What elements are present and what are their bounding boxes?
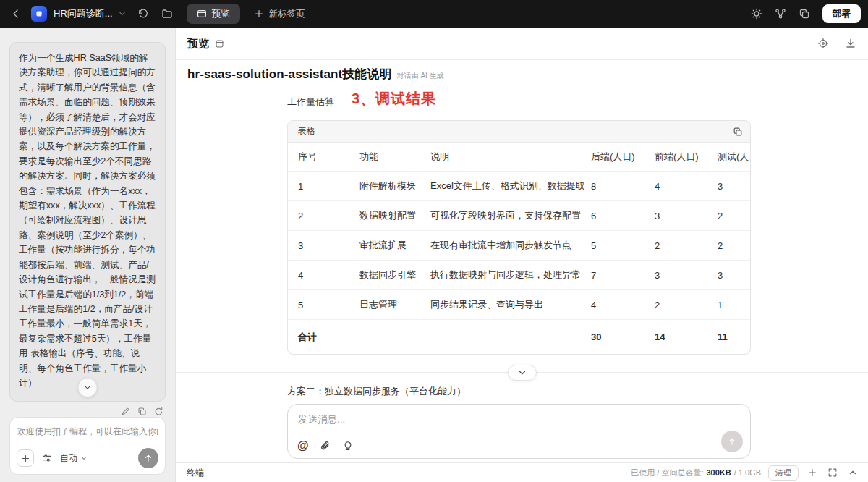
message-input-card: @	[287, 404, 751, 459]
ai-generated-badge: 对话由 AI 生成	[397, 71, 444, 81]
table-header-cell: 后端(人日)	[591, 151, 655, 164]
plan-title: 方案二：独立数据同步服务（平台化能力）	[287, 385, 751, 398]
plus-icon	[807, 468, 817, 478]
terminal-tab[interactable]: 终端	[187, 467, 204, 479]
theme-toggle-button[interactable]	[748, 5, 765, 22]
message-input[interactable]	[298, 414, 608, 425]
table-cell: Excel文件上传、格式识别、数据提取	[430, 179, 591, 193]
table-cell: 2	[718, 211, 751, 221]
new-tab-label: 新标签页	[269, 8, 305, 20]
download-button[interactable]	[845, 38, 856, 49]
table-row: 1附件解析模块Excel文件上传、格式识别、数据提取843	[288, 172, 751, 201]
table-row: 4数据同步引擎执行数据映射与同步逻辑，处理异常733	[288, 261, 751, 290]
table-cell: 4	[288, 270, 359, 281]
message-send-button[interactable]	[721, 431, 743, 452]
table-copy-button[interactable]	[733, 127, 743, 137]
clean-button[interactable]: 清理	[768, 465, 799, 481]
edit-pencil-icon[interactable]	[121, 407, 130, 416]
lightbulb-icon	[342, 440, 354, 452]
message-column-2: 方案二：独立数据同步服务（平台化能力） @	[287, 385, 751, 459]
table-cell: 审批流扩展	[359, 239, 430, 252]
sidebar: 作为一个生成HR SaaS领域的解决方案助理，你可以通过提问的方式，清晰了解用户…	[0, 28, 175, 482]
table-header-cell: 前端(人日)	[655, 151, 718, 164]
table-body: 1附件解析模块Excel文件上传、格式识别、数据提取8432数据映射配置可视化字…	[288, 172, 751, 320]
section-row: 工作量估算 3、调试结果	[287, 92, 751, 111]
arrow-up-icon	[143, 453, 153, 463]
chevron-down-icon	[517, 368, 527, 378]
usage-total: / 1.0GB	[734, 468, 761, 477]
table-total-row: 合计 30 14 11	[288, 320, 751, 354]
prompt-expand-button[interactable]	[78, 378, 98, 397]
add-attachment-button[interactable]	[17, 449, 34, 467]
locate-icon	[817, 38, 829, 49]
preview-content: hr-saas-solution-assistant技能说明 对话由 AI 生成…	[176, 60, 868, 462]
new-terminal-button[interactable]	[806, 468, 819, 478]
sidebar-chat-toolbar: 自动	[17, 448, 158, 468]
copy-page-button[interactable]	[796, 5, 813, 22]
settings-button[interactable]	[38, 449, 56, 467]
expand-more-button[interactable]	[508, 365, 537, 381]
locate-button[interactable]	[817, 38, 829, 49]
attach-button[interactable]	[320, 440, 331, 452]
workload-table: 序号 功能 说明 后端(人日) 前端(人日) 测试(人日) 1附件解析模块Exc…	[288, 143, 751, 354]
table-cell: 同步结果记录、查询与导出	[430, 298, 591, 311]
history-icon	[137, 8, 149, 20]
new-tab-button[interactable]: 新标签页	[254, 8, 305, 20]
usage-label: 已使用 / 空间总容量:	[631, 468, 703, 478]
plus-icon	[21, 454, 30, 463]
chevron-up-icon	[848, 468, 858, 478]
prompt-text: 作为一个生成HR SaaS领域的解决方案助理，你可以通过提问的方式，清晰了解用户…	[19, 51, 156, 390]
chevron-down-icon	[80, 454, 88, 462]
window-frame-icon	[215, 39, 224, 48]
fullscreen-icon	[827, 468, 838, 478]
table-cell: 3	[288, 240, 359, 251]
chevron-down-icon	[83, 383, 93, 392]
storage-usage: 已使用 / 空间总容量: 300KB / 1.0GB	[631, 468, 761, 478]
copy-icon	[733, 127, 743, 137]
table-row: 2数据映射配置可视化字段映射界面，支持保存配置632	[288, 201, 751, 231]
mode-select[interactable]: 自动	[60, 452, 88, 465]
history-button[interactable]	[135, 5, 152, 22]
prompt-card: 作为一个生成HR SaaS领域的解决方案助理，你可以通过提问的方式，清晰了解用户…	[9, 42, 166, 402]
table-total-cell: 14	[655, 331, 718, 342]
table-cell: 6	[591, 211, 655, 221]
app-logo-icon	[31, 6, 47, 22]
sidebar-send-button[interactable]	[138, 448, 158, 468]
arrow-up-icon	[727, 436, 737, 447]
back-button[interactable]	[7, 5, 25, 22]
files-button[interactable]	[158, 5, 176, 22]
table-cell: 2	[655, 300, 718, 310]
section-label: 工作量估算	[287, 96, 334, 109]
doc-title: hr-saas-solution-assistant技能说明	[187, 66, 392, 83]
open-window-button[interactable]	[215, 39, 224, 48]
copy-icon[interactable]	[137, 407, 147, 416]
table-cell: 2	[718, 240, 751, 251]
sliders-icon	[42, 453, 52, 463]
tab-preview[interactable]: 预览	[187, 4, 240, 24]
table-card: 表格 序号 功能 说明 后端(人日) 前端(人日) 测试(人日) 1附件解析模块…	[287, 120, 751, 355]
idea-button[interactable]	[342, 440, 354, 452]
project-title[interactable]: HR问题诊断...	[54, 7, 113, 20]
collapse-panel-button[interactable]	[846, 468, 859, 478]
table-cell: 日志管理	[359, 298, 430, 311]
table-total-cell: 30	[591, 331, 655, 342]
sidebar-chat-input[interactable]	[17, 426, 158, 436]
browser-window-icon	[197, 9, 207, 19]
table-total-label: 合计	[288, 331, 359, 344]
fullscreen-button[interactable]	[826, 468, 839, 478]
table-cell: 3	[718, 181, 751, 192]
table-row: 5日志管理同步结果记录、查询与导出421	[288, 290, 751, 320]
usage-value: 300KB	[706, 468, 731, 477]
workflow-icon	[775, 8, 786, 20]
table-total-cell: 11	[718, 331, 751, 342]
sidebar-chat-card: 自动	[9, 417, 166, 475]
panel-title: 预览	[187, 37, 209, 51]
workflow-button[interactable]	[772, 5, 789, 22]
project-menu-button[interactable]	[116, 5, 128, 22]
retry-icon[interactable]	[154, 407, 163, 416]
preview-header: 预览	[176, 28, 868, 60]
mention-at-icon[interactable]: @	[297, 440, 309, 452]
folder-icon	[161, 8, 173, 20]
table-cell: 3	[655, 211, 718, 221]
deploy-button[interactable]: 部署	[822, 4, 861, 23]
